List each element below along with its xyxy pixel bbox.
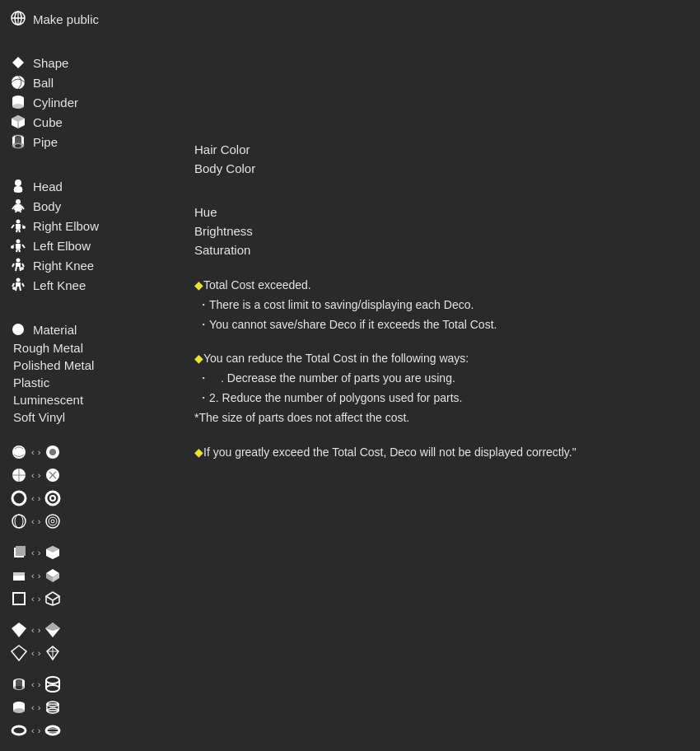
svg-point-45 (16, 278, 21, 282)
cost-exceeded-block: ◆Total Cost exceeded. ・There is a cost l… (194, 276, 687, 334)
shape-variant-row: ‹ › (10, 587, 171, 610)
make-public-button[interactable]: Make public (10, 10, 99, 29)
arrow-left: ‹ (31, 571, 35, 581)
arrow-left: ‹ (31, 702, 35, 712)
svg-line-25 (20, 210, 21, 212)
variant-cube-f[interactable] (44, 590, 62, 608)
svg-point-106 (12, 726, 26, 735)
shape-variant-row: ‹ › (10, 618, 171, 641)
reduce-cost-header: ◆You can reduce the Total Cost in the fo… (194, 349, 687, 369)
svg-point-107 (46, 726, 59, 735)
svg-point-51 (12, 324, 24, 335)
shape-variant-row: ‹ › (10, 673, 171, 696)
variant-cube-b[interactable] (44, 543, 62, 562)
svg-rect-72 (13, 572, 25, 576)
variant-ring-b[interactable] (44, 489, 62, 507)
head-label: Head (33, 180, 63, 194)
variant-gem-b[interactable] (44, 621, 62, 639)
shape-variant-row: ‹ › (10, 641, 171, 665)
variant-ball-c[interactable] (10, 466, 28, 484)
cost-line-2: ・You cannot save/share Deco if it exceed… (194, 315, 687, 335)
body-item-left-knee[interactable]: Left Knee (10, 275, 171, 295)
body-color-label[interactable]: Body Color (194, 159, 687, 178)
variant-pipe-c[interactable] (10, 698, 28, 716)
variant-cube-a[interactable] (10, 543, 28, 562)
variant-torus-a[interactable] (10, 721, 28, 739)
reduce-cost-block: ◆You can reduce the Total Cost in the fo… (194, 349, 687, 427)
variant-cube-d[interactable] (44, 567, 62, 585)
variant-sphere-a[interactable] (10, 512, 28, 530)
material-label: Material (33, 323, 77, 337)
variant-sphere-b[interactable] (44, 512, 62, 530)
variant-gem-a[interactable] (10, 621, 28, 639)
variant-ball-b[interactable] (44, 443, 62, 461)
variant-pipe-b[interactable] (44, 675, 62, 693)
svg-point-95 (16, 686, 22, 689)
saturation-label[interactable]: Saturation (194, 240, 687, 259)
svg-line-36 (16, 249, 17, 252)
svg-point-64 (46, 515, 59, 528)
body-item-right-knee[interactable]: Right Knee (10, 255, 171, 275)
hair-color-label[interactable]: Hair Color (194, 140, 687, 159)
variant-pipe-a[interactable] (10, 675, 28, 693)
variant-ball-d[interactable] (44, 466, 62, 484)
right-elbow-icon (10, 217, 26, 234)
brightness-label[interactable]: Brightness (194, 222, 687, 240)
svg-line-81 (53, 603, 59, 605)
arrow-left: ‹ (31, 493, 35, 503)
display-warning-header: ◆If you greatly exceed the Total Cost, D… (194, 443, 687, 463)
arrow-left: ‹ (31, 679, 35, 689)
variant-cube-c[interactable] (10, 567, 28, 585)
svg-point-32 (22, 226, 26, 229)
variant-gem-d[interactable] (44, 644, 62, 662)
arrow-right: › (38, 470, 41, 480)
svg-line-24 (16, 210, 16, 212)
svg-line-48 (16, 287, 16, 291)
shape-item-cube[interactable]: Cube (10, 112, 171, 132)
arrow-right: › (38, 679, 41, 689)
shape-variant-row: ‹ › (10, 510, 171, 533)
material-soft-vinyl[interactable]: Soft Vinyl (10, 408, 171, 426)
svg-point-63 (15, 515, 23, 528)
arrow-right: › (38, 516, 41, 526)
body-item-body[interactable]: Body (10, 196, 171, 216)
material-polished-metal[interactable]: Polished Metal (10, 357, 171, 374)
material-rough-metal[interactable]: Rough Metal (10, 339, 171, 357)
material-icon (10, 321, 26, 338)
hue-label[interactable]: Hue (194, 203, 687, 222)
variant-gem-c[interactable] (10, 644, 28, 662)
shape-item-cylinder[interactable]: Cylinder (10, 92, 171, 112)
head-icon (10, 178, 26, 194)
shape-variant-row: ‹ › (10, 564, 171, 587)
material-luminescent[interactable]: Luminescent (10, 391, 171, 408)
diamond-bullet-2: ◆ (194, 352, 203, 365)
shape-variant-row: ‹ › (10, 719, 171, 742)
shape-item-shape[interactable]: Shape (10, 53, 171, 72)
variant-ring-a[interactable] (10, 489, 28, 507)
arrow-right: › (38, 594, 41, 604)
body-item-right-elbow[interactable]: Right Elbow (10, 216, 171, 236)
material-title[interactable]: Material (10, 320, 171, 339)
body-item-head[interactable]: Head (10, 176, 171, 196)
body-icon (10, 198, 26, 214)
arrow-left: ‹ (31, 648, 35, 658)
variant-cube-e[interactable] (10, 590, 28, 608)
svg-point-108 (46, 729, 59, 732)
svg-point-18 (15, 180, 21, 186)
material-plastic[interactable]: Plastic (10, 374, 171, 391)
left-panel: Make public Shape (0, 10, 181, 749)
svg-point-62 (12, 515, 26, 528)
left-elbow-label: Left Elbow (33, 239, 91, 253)
shape-item-pipe[interactable]: Pipe (10, 132, 171, 152)
arrow-right: › (38, 493, 41, 503)
variant-pipe-d[interactable] (44, 698, 62, 716)
make-public-label: Make public (33, 12, 99, 26)
body-item-left-elbow[interactable]: Left Elbow (10, 236, 171, 255)
variant-torus-b[interactable] (44, 721, 62, 739)
svg-point-50 (12, 287, 16, 290)
shape-item-ball[interactable]: Ball (10, 72, 171, 92)
variant-ball-a[interactable] (10, 443, 28, 461)
svg-line-30 (16, 229, 17, 232)
svg-rect-104 (47, 704, 58, 711)
svg-point-27 (16, 220, 21, 224)
